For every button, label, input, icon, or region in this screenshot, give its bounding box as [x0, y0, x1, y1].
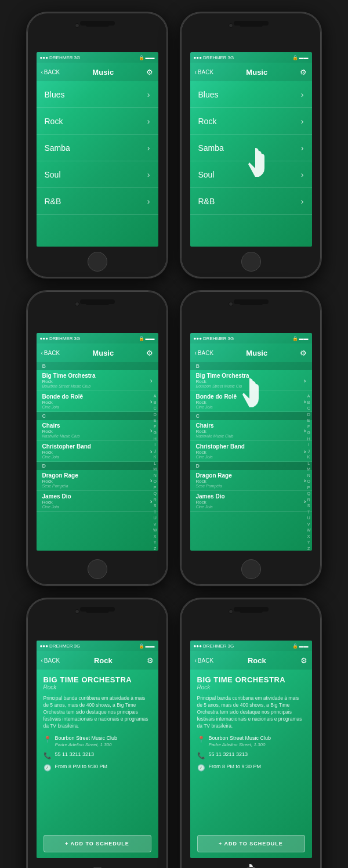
camera-dot-5: [75, 609, 79, 614]
detail-venue-row-2: 📍 Bourbon Street Music Club Padre Adelin…: [197, 735, 305, 747]
home-button-3[interactable]: [88, 559, 107, 579]
speaker-2: [240, 23, 263, 27]
menu-item-samba[interactable]: Samba ›: [37, 135, 158, 161]
home-button-4[interactable]: [241, 559, 261, 579]
signal-5: ●●●: [40, 643, 49, 649]
gear-icon-3[interactable]: ⚙: [146, 349, 153, 357]
band-christopher-2[interactable]: Christopher Band Rock Cine Joia ›: [190, 441, 312, 462]
detail-time-row-2: 🕗 From 8 PM to 9:30 PM: [197, 764, 305, 772]
band-dragon-info: Dragon Rage Rock Sesc Pompéia: [42, 472, 78, 488]
venue-info: Bourbon Street Music Club Padre Adelino …: [55, 735, 118, 747]
band-dragon-venue-2: Sesc Pompéia: [196, 484, 232, 488]
signal: ●●●: [40, 55, 49, 60]
menu-item-rock-2[interactable]: Rock ›: [190, 108, 312, 135]
menu-item-rock[interactable]: Rock ›: [37, 108, 158, 135]
phone-4: ●●● DREHMER 3G 🔒 ▬▬ ‹ BACK Music ⚙ B: [180, 290, 322, 586]
chevron-big-time-2: ›: [304, 377, 306, 384]
venue-name-2: Bourbon Street Music Club: [209, 735, 271, 742]
back-button-3[interactable]: ‹ BACK: [41, 350, 60, 356]
gear-icon[interactable]: ⚙: [146, 68, 153, 77]
menu-label-samba-2: Samba: [198, 143, 224, 153]
chevron-bonde: ›: [150, 398, 153, 405]
band-dragon-2[interactable]: Dragon Rage Rock Sesc Pompéia ›: [190, 470, 312, 491]
chevron-james: ›: [150, 498, 153, 505]
carrier: DREHMER: [49, 55, 72, 60]
menu-item-blues[interactable]: Blues ›: [37, 81, 158, 108]
menu-list-2: Blues › Rock › Samba › Soul › R&B ›: [190, 81, 312, 247]
back-label-4: BACK: [198, 350, 213, 356]
add-to-schedule-button[interactable]: + ADD TO SCHEDULE: [44, 835, 151, 852]
band-christopher-name: Christopher Band: [42, 443, 91, 450]
band-big-time-2[interactable]: Big Time Orchestra Rock Bourbon Street M…: [190, 370, 312, 391]
battery-icon-5: ▬▬: [146, 643, 155, 649]
band-bonde-2[interactable]: Bonde do Rolê Rock Cine Joia ›: [190, 391, 312, 412]
home-button[interactable]: [88, 252, 107, 272]
status-bar-2: ●●● DREHMER 3G 🔒 ▬▬: [190, 52, 312, 63]
chevron-samba-2: ›: [301, 143, 304, 153]
band-bonde[interactable]: Bonde do Rolê Rock Cine Joia ›: [37, 391, 158, 412]
band-james-2[interactable]: James Dio Rock Cine Joia ›: [190, 491, 312, 512]
menu-list: Blues › Rock › Samba › Soul › R&B ›: [37, 81, 158, 247]
band-christopher[interactable]: Christopher Band Rock Cine Joia ›: [37, 441, 158, 462]
gear-icon-4[interactable]: ⚙: [300, 349, 307, 357]
band-chairs-info: Chairs Rock Nashville Music Club: [42, 422, 80, 438]
band-dragon-name: Dragon Rage: [42, 472, 78, 479]
chevron-rnb: ›: [147, 197, 150, 206]
add-to-schedule-button-2[interactable]: + ADD TO SCHEDULE: [197, 835, 305, 852]
status-left-2: ●●● DREHMER 3G: [194, 55, 234, 60]
detail-screen: BIG TIME ORCHESTRA Rock Principal banda …: [37, 670, 158, 858]
chevron-soul-2: ›: [301, 170, 304, 179]
band-chairs-info-2: Chairs Rock Nashville Music Club: [196, 422, 234, 438]
band-chairs[interactable]: Chairs Rock Nashville Music Club ›: [37, 420, 158, 441]
gear-icon-6[interactable]: ⚙: [300, 656, 307, 665]
status-bar: ●●● DREHMER 3G 🔒 ▬▬: [37, 52, 158, 63]
screen-5: ●●● DREHMER 3G 🔒 ▬▬ ‹ BACK Rock ⚙ BIG TI: [37, 641, 158, 858]
detail-phone-row: 📞 55 11 3211 3213: [44, 751, 151, 760]
back-button[interactable]: ‹ BACK: [41, 69, 60, 75]
nav-bar-6: ‹ BACK Rock ⚙: [190, 651, 312, 670]
menu-item-soul-2[interactable]: Soul ›: [190, 161, 312, 188]
section-b: B: [37, 362, 158, 370]
menu-item-rnb[interactable]: R&B ›: [37, 188, 158, 215]
nav-bar-3: ‹ BACK Music ⚙: [37, 343, 158, 362]
chevron-dragon: ›: [150, 477, 153, 484]
nav-title-3: Music: [92, 349, 114, 357]
gear-icon-2[interactable]: ⚙: [300, 68, 307, 77]
speaker-3: [86, 302, 109, 305]
back-button-5[interactable]: ‹ BACK: [41, 657, 60, 664]
lock-icon-5: 🔒: [139, 643, 144, 649]
screen-4: ●●● DREHMER 3G 🔒 ▬▬ ‹ BACK Music ⚙ B: [190, 333, 312, 551]
venue-info-2: Bourbon Street Music Club Padre Adelino …: [209, 735, 271, 747]
home-button-2[interactable]: [241, 252, 261, 272]
phone-icon-2: 📞: [197, 752, 205, 760]
detail-genre-2: Rock: [197, 684, 305, 690]
back-button-6[interactable]: ‹ BACK: [195, 657, 214, 664]
venue-address: Padre Adelino Street, 1.300: [55, 742, 118, 747]
band-dragon[interactable]: Dragon Rage Rock Sesc Pompéia ›: [37, 470, 158, 491]
menu-item-blues-2[interactable]: Blues ›: [190, 81, 312, 108]
band-james[interactable]: James Dio Rock Cine Joia ›: [37, 491, 158, 512]
lock-icon-3: 🔒: [139, 336, 144, 341]
menu-item-soul[interactable]: Soul ›: [37, 161, 158, 188]
phone-number: 55 11 3211 3213: [55, 751, 95, 758]
camera-dot-2: [229, 23, 233, 28]
menu-item-samba-2[interactable]: Samba ›: [190, 135, 312, 161]
band-big-time-genre: Rock: [42, 379, 96, 384]
detail-screen-2: BIG TIME ORCHESTRA Rock Principal banda …: [190, 670, 312, 858]
band-christopher-venue-2: Cine Joia: [196, 455, 245, 459]
band-big-time[interactable]: Big Time Orchestra Rock Bourbon Street M…: [37, 370, 158, 391]
chevron-rock: ›: [147, 117, 150, 126]
back-label: BACK: [44, 69, 60, 75]
screen-1: ●●● DREHMER 3G 🔒 ▬▬ ‹ BACK Music ⚙: [37, 52, 158, 247]
band-chairs-2[interactable]: Chairs Rock Nashville Music Club ›: [190, 420, 312, 441]
band-james-genre: Rock: [42, 500, 71, 505]
gear-icon-5[interactable]: ⚙: [147, 656, 154, 665]
signal-3: ●●●: [40, 336, 49, 341]
back-button-2[interactable]: ‹ BACK: [195, 69, 214, 75]
back-button-4[interactable]: ‹ BACK: [195, 350, 214, 356]
status-bar-4: ●●● DREHMER 3G 🔒 ▬▬: [190, 333, 312, 343]
menu-item-rnb-2[interactable]: R&B ›: [190, 188, 312, 215]
detail-description: Principal banda curitibana em atividade …: [44, 695, 151, 729]
nav-title-2: Music: [246, 68, 267, 77]
chevron-blues: ›: [147, 90, 150, 99]
